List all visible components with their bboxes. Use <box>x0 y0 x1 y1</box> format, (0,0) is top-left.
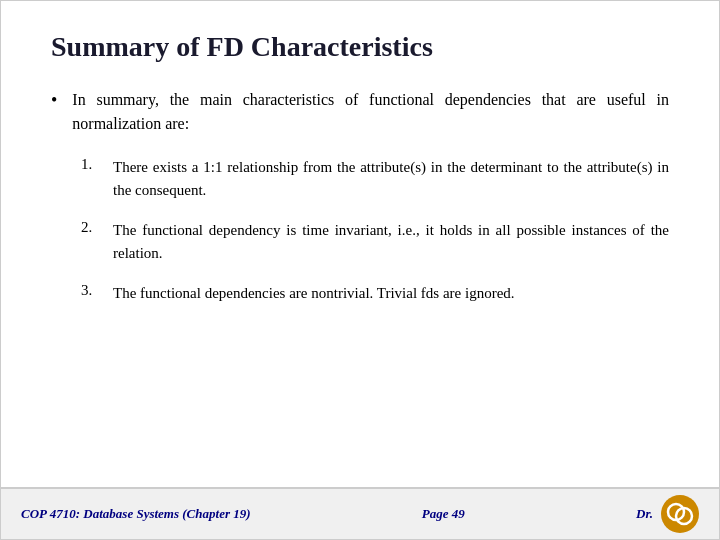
footer-page: Page 49 <box>422 506 465 522</box>
bullet-text: In summary, the main characteristics of … <box>72 88 669 136</box>
numbered-text-1: There exists a 1:1 relationship from the… <box>113 156 669 201</box>
numbered-list: 1. There exists a 1:1 relationship from … <box>81 156 669 305</box>
footer-logo <box>661 495 699 533</box>
numbered-text-2: The functional dependency is time invari… <box>113 219 669 264</box>
footer-right: Dr. <box>636 495 699 533</box>
slide-title: Summary of FD Characteristics <box>51 31 669 63</box>
bullet-section: • In summary, the main characteristics o… <box>51 88 669 136</box>
numbered-item-2: 2. The functional dependency is time inv… <box>81 219 669 264</box>
number-label-2: 2. <box>81 219 101 236</box>
numbered-item-3: 3. The functional dependencies are nontr… <box>81 282 669 305</box>
slide-content: Summary of FD Characteristics • In summa… <box>1 1 719 487</box>
footer-author: Dr. <box>636 506 653 522</box>
number-label-1: 1. <box>81 156 101 173</box>
slide-container: Summary of FD Characteristics • In summa… <box>0 0 720 540</box>
number-label-3: 3. <box>81 282 101 299</box>
numbered-item-1: 1. There exists a 1:1 relationship from … <box>81 156 669 201</box>
bullet-item: • In summary, the main characteristics o… <box>51 88 669 136</box>
numbered-text-3: The functional dependencies are nontrivi… <box>113 282 515 305</box>
footer-course: COP 4710: Database Systems (Chapter 19) <box>21 506 251 522</box>
bullet-dot: • <box>51 90 57 111</box>
slide-footer: COP 4710: Database Systems (Chapter 19) … <box>1 487 719 539</box>
